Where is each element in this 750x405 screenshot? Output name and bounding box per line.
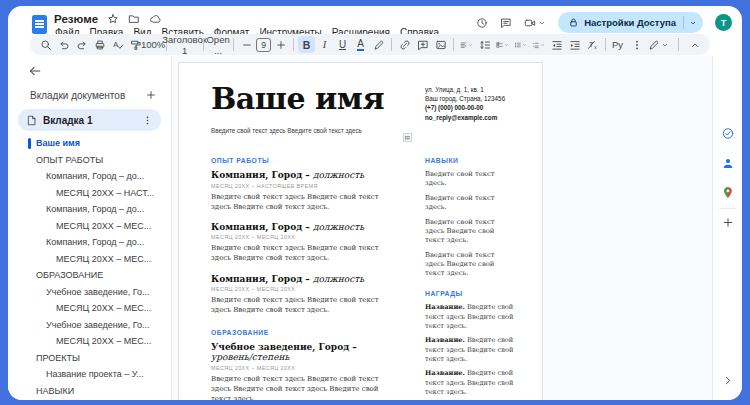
editing-mode-button[interactable] bbox=[646, 36, 671, 53]
outline-item[interactable]: Компания, Город – до... bbox=[8, 201, 171, 218]
education-entry[interactable]: Учебное заведение, Город – уровень/степе… bbox=[211, 342, 393, 400]
italic-button[interactable]: I bbox=[316, 36, 333, 53]
clear-formatting-button[interactable] bbox=[584, 36, 601, 53]
styles-select[interactable]: Заголовок 1 bbox=[171, 36, 199, 53]
lock-icon bbox=[568, 17, 579, 28]
document-canvas[interactable]: Ваше имя Введите свой текст здесь Введит… bbox=[172, 56, 712, 400]
dates: МЕСЯЦ 20XX – НАСТОЯЩЕЕ ВРЕМЯ bbox=[211, 183, 393, 189]
outline-item-skills[interactable]: НАВЫКИ bbox=[8, 383, 171, 400]
contact-block[interactable]: ул. Улица, д. 1, кв. 1 Ваш город, Страна… bbox=[425, 85, 537, 122]
outline-item-awards[interactable]: НАГРАДЫ bbox=[8, 399, 171, 400]
search-menus-button[interactable] bbox=[37, 36, 54, 53]
insert-image-button[interactable] bbox=[432, 36, 449, 53]
award-item[interactable]: Название. Введите свой текст здесь Введи… bbox=[425, 303, 515, 331]
text-color-button[interactable]: A bbox=[352, 36, 369, 53]
calendar-icon[interactable] bbox=[721, 64, 734, 77]
tasks-icon[interactable] bbox=[721, 127, 734, 140]
hide-menus-button[interactable] bbox=[686, 36, 703, 53]
skill-item[interactable]: Введите свой текст здесь Введите свой те… bbox=[425, 218, 515, 246]
outline-item[interactable]: МЕСЯЦ 20XX – МЕС... bbox=[8, 333, 171, 350]
numbered-list-button[interactable] bbox=[530, 36, 547, 53]
outline-item[interactable]: МЕСЯЦ 20XX – МЕС... bbox=[8, 218, 171, 235]
divider bbox=[391, 38, 392, 51]
star-icon[interactable] bbox=[107, 13, 119, 25]
decrease-indent-button[interactable] bbox=[548, 36, 565, 53]
outline-item-experience[interactable]: ОПЫТ РАБОТЫ bbox=[8, 152, 171, 169]
highlight-color-button[interactable] bbox=[370, 36, 387, 53]
font-size-increase-button[interactable] bbox=[272, 36, 289, 53]
experience-entry[interactable]: Компания, Город – должность МЕСЯЦ 20XX –… bbox=[211, 222, 393, 264]
add-comment-icon bbox=[417, 39, 429, 51]
skill-item[interactable]: Введите свой текст здесь. bbox=[425, 194, 515, 212]
avatar[interactable]: T bbox=[715, 14, 732, 31]
checklist-button[interactable] bbox=[494, 36, 511, 53]
outline-item[interactable]: Компания, Город – до... bbox=[8, 168, 171, 185]
education-heading[interactable]: ОБРАЗОВАНИЕ bbox=[211, 329, 393, 336]
document-tab[interactable]: Вкладка 1 bbox=[18, 109, 161, 131]
docs-app-icon[interactable] bbox=[32, 15, 47, 34]
underline-button[interactable]: U bbox=[334, 36, 351, 53]
zoom-select[interactable]: 100% bbox=[145, 36, 162, 53]
award-item[interactable]: Название. Введите свой текст здесь Введи… bbox=[425, 336, 515, 364]
outline-item[interactable]: Компания, Город – до... bbox=[8, 234, 171, 251]
version-history-icon[interactable] bbox=[476, 17, 488, 29]
share-button[interactable]: Настройки Доступа bbox=[558, 12, 703, 33]
outline-item[interactable]: Учебное заведение, Го... bbox=[8, 284, 171, 301]
contacts-icon[interactable] bbox=[721, 157, 734, 170]
numbered-list-icon bbox=[532, 39, 539, 51]
outline-item-projects[interactable]: ПРОЕКТЫ bbox=[8, 350, 171, 367]
font-select[interactable]: Open ... bbox=[208, 36, 229, 53]
keep-icon[interactable] bbox=[721, 96, 734, 109]
get-addons-icon[interactable] bbox=[721, 216, 734, 229]
app-window: Резюме Настройки Доступа T Файл Правка В… bbox=[8, 6, 742, 400]
resume-name-heading[interactable]: Ваше имя bbox=[211, 81, 384, 116]
outline-item-education[interactable]: ОБРАЗОВАНИЕ bbox=[8, 267, 171, 284]
line-spacing-button[interactable] bbox=[476, 36, 493, 53]
input-tools-button[interactable]: Ру bbox=[610, 36, 627, 53]
add-tab-icon[interactable] bbox=[145, 89, 157, 101]
undo-icon bbox=[58, 39, 70, 51]
cloud-status-icon[interactable] bbox=[149, 13, 161, 25]
awards-heading[interactable]: НАГРАДЫ bbox=[425, 290, 515, 297]
maps-icon[interactable] bbox=[721, 186, 734, 199]
increase-indent-button[interactable] bbox=[566, 36, 583, 53]
tab-options-icon[interactable] bbox=[142, 115, 153, 126]
print-button[interactable] bbox=[91, 36, 108, 53]
comments-icon[interactable] bbox=[500, 17, 512, 29]
bold-button[interactable]: B bbox=[298, 36, 315, 53]
experience-heading[interactable]: ОПЫТ РАБОТЫ bbox=[211, 157, 393, 164]
outline-item[interactable]: МЕСЯЦ 20XX – НАСТ... bbox=[8, 185, 171, 202]
experience-entry[interactable]: Компания, Город – должность МЕСЯЦ 20XX –… bbox=[211, 274, 393, 316]
add-comment-button[interactable] bbox=[414, 36, 431, 53]
meet-button[interactable] bbox=[524, 17, 546, 29]
insert-link-button[interactable] bbox=[396, 36, 413, 53]
bulleted-list-button[interactable] bbox=[512, 36, 529, 53]
outline-item[interactable]: Учебное заведение, Го... bbox=[8, 317, 171, 334]
undo-button[interactable] bbox=[55, 36, 72, 53]
move-folder-icon[interactable] bbox=[128, 13, 140, 25]
redo-button[interactable] bbox=[73, 36, 90, 53]
resume-subtitle[interactable]: Введите свой текст здесь Введите свой те… bbox=[211, 127, 362, 134]
paint-format-icon bbox=[130, 39, 142, 51]
skills-heading[interactable]: НАВЫКИ bbox=[425, 157, 515, 164]
close-panel-button[interactable] bbox=[28, 64, 42, 81]
collapse-panel-icon[interactable] bbox=[721, 374, 734, 387]
skill-item[interactable]: Введите свой текст здесь. bbox=[425, 170, 515, 188]
share-dropdown-icon[interactable] bbox=[689, 19, 697, 27]
more-options-button[interactable] bbox=[628, 36, 645, 53]
outline-item[interactable]: Название проекта – У... bbox=[8, 366, 171, 383]
skill-item[interactable]: Введите свой текст здесь Введите свой те… bbox=[425, 251, 515, 279]
outline-item[interactable]: МЕСЯЦ 20XX – МЕС... bbox=[8, 251, 171, 268]
document-page[interactable]: Ваше имя Введите свой текст здесь Введит… bbox=[178, 62, 543, 400]
align-button[interactable] bbox=[458, 36, 475, 53]
table-handle[interactable] bbox=[403, 133, 412, 142]
outline-item[interactable]: МЕСЯЦ 20XX – МЕС... bbox=[8, 300, 171, 317]
side-panel bbox=[712, 56, 742, 400]
font-size-decrease-button[interactable] bbox=[238, 36, 255, 53]
award-item[interactable]: Название. Введите свой текст здесь Введи… bbox=[425, 369, 515, 397]
font-size-input[interactable] bbox=[256, 38, 271, 52]
experience-entry[interactable]: Компания, Город – должность МЕСЯЦ 20XX –… bbox=[211, 170, 393, 212]
document-title[interactable]: Резюме bbox=[54, 13, 98, 25]
outline-item-name[interactable]: Ваше имя bbox=[8, 135, 171, 152]
spellcheck-button[interactable] bbox=[109, 36, 126, 53]
